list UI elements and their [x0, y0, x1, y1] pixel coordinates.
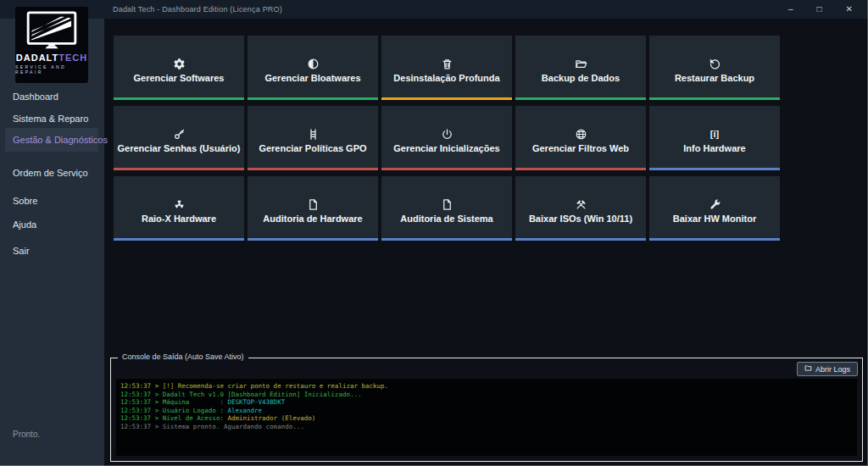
globe-icon [575, 128, 587, 141]
action-button-baixar-isos[interactable]: Baixar ISOs (Win 10/11) [515, 176, 646, 241]
action-button-gerenciar-softwares[interactable]: Gerenciar Softwares [114, 36, 244, 100]
sidebar-item-dashboard[interactable]: Dashboard [0, 86, 97, 107]
action-button-gerenciar-politicas-gpo[interactable]: Gerenciar Políticas GPO [248, 106, 378, 170]
close-button[interactable]: ✕ [846, 0, 853, 19]
sidebar-item-sistema-reparo[interactable]: Sistema & Reparo [0, 108, 97, 129]
action-button-gerenciar-bloatwares[interactable]: Gerenciar Bloatwares [248, 36, 378, 100]
action-button-label: Info Hardware [683, 143, 745, 153]
console-line: 12:53:37 > Usuário Logado : Alexandre [120, 407, 853, 415]
console-output: 12:53:37 > [!] Recomenda-se criar ponto … [116, 379, 857, 456]
app-logo: DADALTTECH SERVICE AND REPAIR [15, 7, 88, 83]
radiation-icon [173, 198, 186, 211]
logo-name: DADALTTECH [16, 53, 87, 63]
open-logs-label: Abrir Logs [815, 365, 850, 374]
action-button-gerenciar-inicializacoes[interactable]: Gerenciar Inicializações [381, 106, 512, 170]
action-button-label: Desinstalação Profunda [393, 73, 499, 83]
action-button-label: Auditoria de Hardware [263, 214, 362, 224]
sidebar-item-sair[interactable]: Sair [0, 241, 97, 261]
console-line: 12:53:37 > Máquina : DESKTOP-V438DKT [120, 398, 853, 407]
action-button-label: Gerenciar Políticas GPO [259, 143, 366, 153]
trash-icon [441, 58, 453, 70]
minimize-button[interactable]: – [788, 0, 793, 19]
window-title: Dadalt Tech - Dashboard Edition (Licença… [113, 5, 282, 14]
action-button-label: Gerenciar Inicializações [393, 143, 499, 153]
action-button-label: Backup de Dados [542, 73, 620, 83]
action-button-label: Baixar ISOs (Win 10/11) [529, 214, 632, 224]
action-button-label: Raio-X Hardware [142, 214, 216, 224]
action-button-backup-de-dados[interactable]: Backup de Dados [515, 36, 646, 100]
action-button-desinstalacao-profunda[interactable]: Desinstalação Profunda [381, 36, 512, 100]
action-button-auditoria-de-sistema[interactable]: Auditoria de Sistema [381, 176, 512, 241]
gear-icon [173, 58, 186, 70]
half-circle-icon [307, 58, 320, 70]
sidebar-item-gestao-diagnosticos[interactable]: Gestão & Diagnósticos [5, 128, 98, 152]
action-button-label: Gerenciar Senhas (Usuário) [118, 143, 241, 153]
action-grid: Gerenciar SoftwaresGerenciar BloatwaresD… [114, 36, 780, 241]
console-line: 12:53:37 > Dadalt Tech v1.0 [Dashboard E… [120, 391, 853, 399]
folder-icon [804, 364, 812, 374]
console-line: 12:53:37 > Sistema pronto. Aguardando co… [120, 423, 853, 431]
status-text: Pronto. [13, 430, 40, 439]
sidebar-item-ordem-servico[interactable]: Ordem de Serviço [0, 163, 97, 183]
logo-tagline: SERVICE AND REPAIR [15, 64, 88, 75]
policy-icon [307, 128, 320, 141]
wrench-icon [709, 198, 721, 211]
action-button-baixar-hw-monitor[interactable]: Baixar HW Monitor [649, 176, 780, 241]
sidebar-item-ajuda[interactable]: Ajuda [0, 214, 97, 235]
console-groupbox: Console de Saída (Auto Save Ativo) Abrir… [110, 358, 863, 462]
titlebar: Dadalt Tech - Dashboard Edition (Licença… [0, 0, 868, 19]
info-bracket-icon: [i] [710, 128, 719, 141]
sidebar-item-sobre[interactable]: Sobre [0, 191, 97, 211]
action-button-label: Baixar HW Monitor [673, 214, 756, 224]
action-button-label: Gerenciar Bloatwares [264, 73, 360, 83]
sidebar: DADALTTECH SERVICE AND REPAIR DashboardS… [0, 19, 104, 466]
folder-open-icon [575, 58, 587, 70]
key-icon [173, 128, 186, 141]
document-icon [307, 198, 320, 211]
startup-icon [441, 128, 453, 141]
action-button-auditoria-de-hardware[interactable]: Auditoria de Hardware [248, 176, 378, 241]
console-line: 12:53:37 > Nível de Acesso: Administrado… [120, 414, 853, 423]
tools-icon [575, 198, 587, 211]
action-button-raio-x-hardware[interactable]: Raio-X Hardware [114, 176, 244, 241]
action-button-gerenciar-senhas[interactable]: Gerenciar Senhas (Usuário) [114, 106, 244, 170]
action-button-label: Gerenciar Softwares [134, 73, 225, 83]
action-button-label: Auditoria de Sistema [400, 214, 492, 224]
action-button-label: Restaurar Backup [675, 73, 754, 83]
action-button-restaurar-backup[interactable]: Restaurar Backup [649, 36, 780, 100]
maximize-button[interactable]: □ [817, 0, 822, 19]
console-line: 12:53:37 > [!] Recomenda-se criar ponto … [120, 382, 853, 391]
action-button-gerenciar-filtros-web[interactable]: Gerenciar Filtros Web [515, 106, 646, 170]
open-logs-button[interactable]: Abrir Logs [797, 362, 858, 376]
restore-icon [709, 58, 721, 70]
window-controls: – □ ✕ [788, 0, 868, 19]
monitor-logo-icon [25, 11, 79, 52]
action-button-label: Gerenciar Filtros Web [532, 143, 629, 153]
document-icon [441, 198, 453, 211]
console-label: Console de Saída (Auto Save Ativo) [118, 352, 248, 361]
action-button-info-hardware[interactable]: [i]Info Hardware [649, 106, 780, 170]
